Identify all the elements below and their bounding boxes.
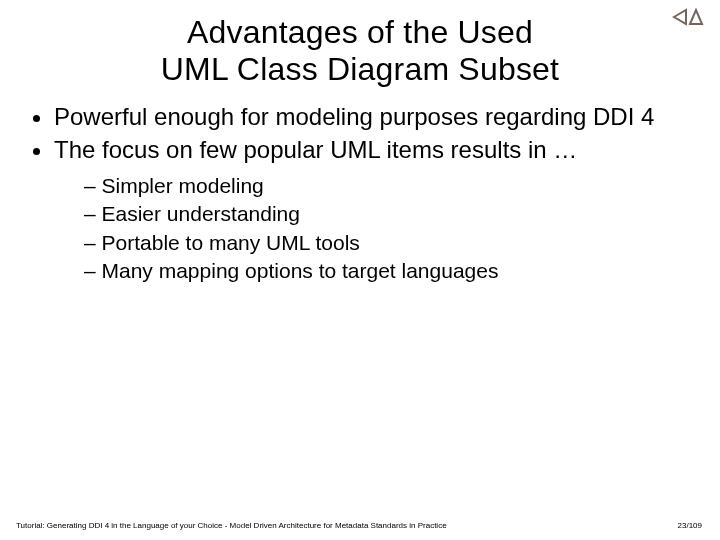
sub-bullet-text: Portable to many UML tools [102, 231, 360, 254]
svg-marker-0 [674, 10, 686, 24]
page-number: 23/109 [678, 521, 702, 530]
bullet-list: Powerful enough for modeling purposes re… [28, 102, 692, 286]
slide-body: Powerful enough for modeling purposes re… [0, 88, 720, 286]
slide-title: Advantages of the Used UML Class Diagram… [0, 0, 720, 88]
ddi-alliance-logo-icon [672, 8, 706, 26]
sub-bullet-item: Easier understanding [84, 200, 692, 228]
title-line-1: Advantages of the Used [187, 14, 533, 50]
sub-bullet-item: Simpler modeling [84, 172, 692, 200]
sub-bullet-item: Portable to many UML tools [84, 229, 692, 257]
bullet-text: The focus on few popular UML items resul… [54, 136, 577, 163]
sub-bullet-text: Many mapping options to target languages [102, 259, 499, 282]
title-line-2: UML Class Diagram Subset [161, 51, 559, 87]
bullet-item: Powerful enough for modeling purposes re… [54, 102, 692, 131]
sub-bullet-text: Easier understanding [102, 202, 300, 225]
bullet-item: The focus on few popular UML items resul… [54, 135, 692, 286]
svg-marker-1 [690, 10, 702, 24]
slide: Advantages of the Used UML Class Diagram… [0, 0, 720, 540]
bullet-text: Powerful enough for modeling purposes re… [54, 103, 654, 130]
sub-bullet-list: Simpler modeling Easier understanding Po… [54, 172, 692, 285]
sub-bullet-item: Many mapping options to target languages [84, 257, 692, 285]
sub-bullet-text: Simpler modeling [102, 174, 264, 197]
footer-text: Tutorial: Generating DDI 4 in the Langua… [16, 521, 447, 530]
